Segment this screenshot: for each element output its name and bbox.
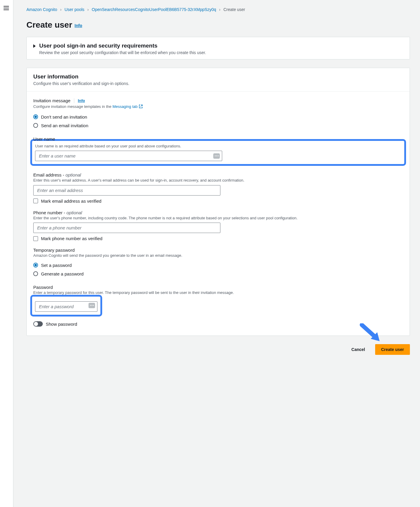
- breadcrumb-root[interactable]: Amazon Cognito: [26, 7, 57, 12]
- section-subtitle: Configure this user's verification and s…: [33, 81, 403, 86]
- create-user-button[interactable]: Create user: [375, 344, 410, 355]
- temp-password-field: Temporary password Amazon Cognito will s…: [33, 248, 403, 278]
- temp-password-label: Temporary password: [33, 248, 403, 253]
- expander-subtitle: Review the user pool security configurat…: [39, 50, 206, 55]
- invitation-info-link[interactable]: Info: [78, 98, 85, 103]
- section-title: User information: [33, 73, 403, 80]
- breadcrumb: Amazon Cognito › User pools › OpenSearch…: [26, 0, 410, 15]
- security-expander[interactable]: User pool sign-in and security requireme…: [26, 37, 410, 59]
- page-title: Create userInfo: [26, 15, 410, 37]
- breadcrumb-pool-name[interactable]: OpenSearchResourcesCognitoUserPoolEB6B57…: [92, 7, 216, 12]
- phone-help: Enter the user's phone number, including…: [33, 215, 403, 221]
- invitation-help: Configure invitation message templates i…: [33, 104, 403, 110]
- hamburger-icon: [4, 5, 9, 11]
- email-input[interactable]: [33, 185, 220, 196]
- breadcrumb-pools[interactable]: User pools: [64, 7, 84, 12]
- caret-right-icon: [33, 44, 36, 48]
- cancel-button[interactable]: Cancel: [345, 344, 371, 355]
- password-label: Password: [33, 285, 403, 290]
- radio-icon: [33, 263, 38, 267]
- temp-password-set-radio[interactable]: Set a password: [33, 261, 403, 270]
- breadcrumb-current: Create user: [223, 7, 245, 12]
- show-password-toggle[interactable]: [33, 321, 43, 327]
- invitation-email-radio[interactable]: Send an email invitation: [33, 121, 403, 130]
- radio-icon: [33, 114, 38, 119]
- invitation-dont-send-radio[interactable]: Don't send an invitation: [33, 113, 403, 121]
- temp-password-generate-radio[interactable]: Generate a password: [33, 270, 403, 278]
- username-field: User name User name is an required attri…: [33, 136, 403, 166]
- password-input[interactable]: [35, 301, 97, 312]
- password-field: Password Enter a temporary password for …: [33, 285, 403, 327]
- chevron-right-icon: ›: [87, 7, 89, 12]
- password-highlight-annotation: [30, 295, 102, 317]
- chevron-right-icon: ›: [219, 7, 220, 12]
- sidebar-toggle[interactable]: [0, 0, 13, 507]
- phone-verified-checkbox[interactable]: Mark phone number as verified: [33, 236, 403, 241]
- email-field: Email address - optional Enter this user…: [33, 172, 403, 204]
- checkbox-icon: [33, 199, 38, 203]
- email-help: Enter this user's email address. A user'…: [33, 177, 403, 183]
- input-suggestion-icon: [213, 153, 220, 159]
- phone-field: Phone number - optional Enter the user's…: [33, 210, 403, 241]
- user-info-card: User information Configure this user's v…: [26, 68, 410, 336]
- chevron-right-icon: ›: [60, 7, 62, 12]
- username-help: User name is an required attribute based…: [35, 143, 401, 149]
- external-link-icon: [139, 104, 143, 110]
- input-suggestion-icon: [89, 303, 95, 308]
- username-highlight-annotation: User name is an required attribute based…: [30, 139, 406, 166]
- radio-icon: [33, 271, 38, 276]
- phone-input[interactable]: [33, 223, 220, 233]
- username-input[interactable]: [35, 151, 222, 161]
- email-verified-checkbox[interactable]: Mark email address as verified: [33, 199, 403, 204]
- radio-icon: [33, 123, 38, 128]
- temp-password-help: Amazon Cognito will send the password yo…: [33, 253, 403, 259]
- email-label: Email address - optional: [33, 172, 403, 177]
- page-info-link[interactable]: Info: [75, 23, 82, 28]
- checkbox-icon: [33, 236, 38, 241]
- show-password-label: Show password: [46, 322, 77, 327]
- invitation-label: Invitation message: [33, 98, 70, 103]
- expander-title: User pool sign-in and security requireme…: [39, 42, 206, 49]
- phone-label: Phone number - optional: [33, 210, 403, 215]
- messaging-tab-link[interactable]: Messaging tab: [113, 104, 143, 109]
- invitation-field: Invitation message Info Configure invita…: [33, 98, 403, 130]
